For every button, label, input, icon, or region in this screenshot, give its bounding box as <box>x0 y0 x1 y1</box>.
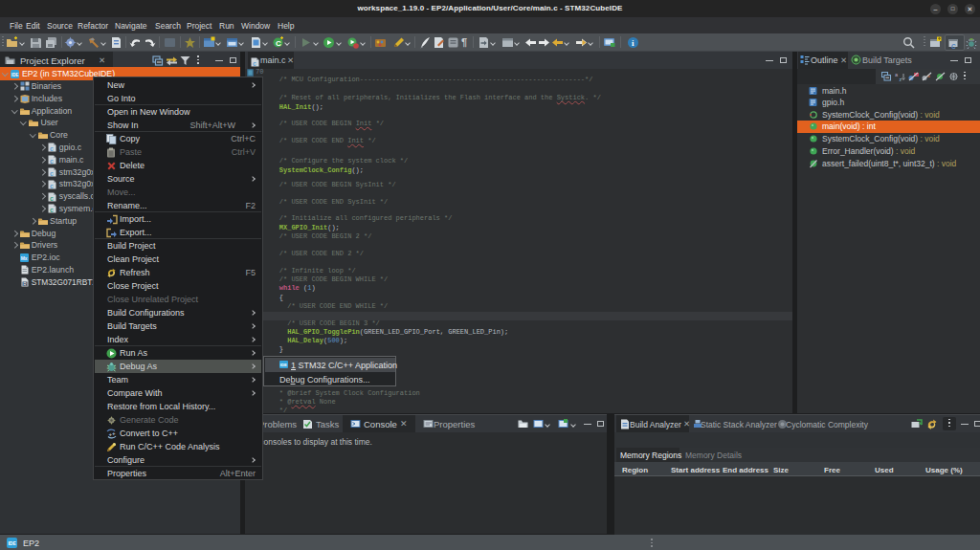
svg-text:IDE: IDE <box>280 363 287 367</box>
svg-text:Mx: Mx <box>20 255 27 261</box>
svg-text:C: C <box>951 43 956 49</box>
svg-text:c: c <box>50 182 54 188</box>
svg-text:IDE: IDE <box>8 540 16 546</box>
svg-text:C: C <box>276 39 281 48</box>
svg-text:c: c <box>50 194 54 201</box>
svg-text:+: + <box>112 430 116 436</box>
svg-text:c: c <box>253 59 256 66</box>
svg-text:z: z <box>900 77 902 82</box>
svg-text:IDE: IDE <box>11 72 19 77</box>
svg-text:c: c <box>50 158 54 165</box>
svg-text:c: c <box>50 145 54 152</box>
svg-text:c: c <box>50 207 54 213</box>
svg-text:a: a <box>895 72 899 77</box>
svg-text:c: c <box>50 170 54 177</box>
